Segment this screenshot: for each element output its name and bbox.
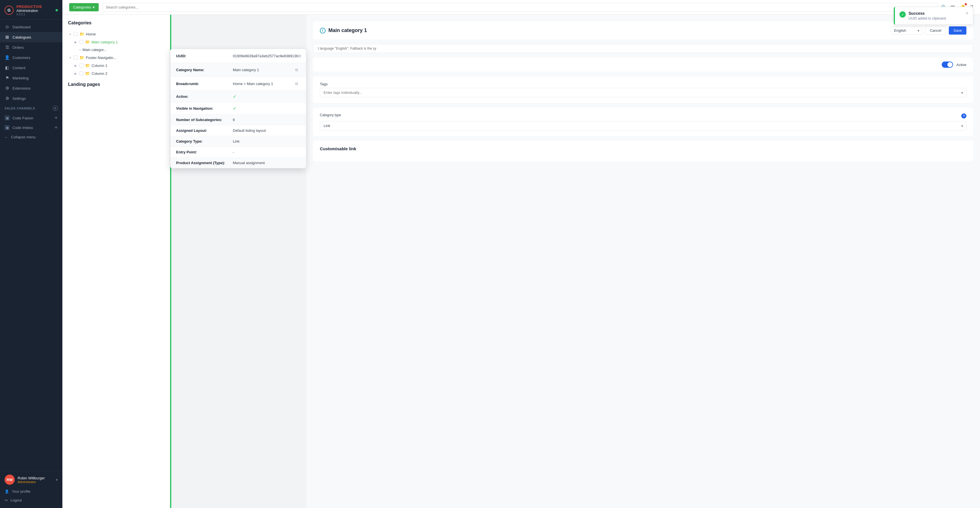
visible-nav-check-icon: ✓: [233, 106, 300, 111]
tree-label-col2: Column 2: [92, 71, 107, 76]
info-icon[interactable]: i: [320, 28, 326, 33]
copy-uuid-button[interactable]: ⧉: [298, 52, 301, 60]
tree-toggle-footer[interactable]: ▾: [68, 56, 72, 60]
category-type-select-wrapper: Link: [320, 121, 966, 130]
tree-checkbox-col2[interactable]: [80, 71, 83, 75]
success-message: UUID added to clipboard.: [908, 16, 963, 21]
collapse-menu-button[interactable]: ← Collapse menu: [0, 132, 62, 142]
tree-item-main-category-2[interactable]: ● Main categor...: [62, 46, 170, 54]
tree-label-col1: Column 1: [92, 64, 107, 68]
sidebar-item-customers[interactable]: 👤 Customers: [0, 52, 62, 63]
topbar: Categories ▾ 🔍 ⊞ 🔔 ?: [62, 0, 980, 15]
notification-badge: [965, 3, 967, 5]
sidebar-item-catalogues[interactable]: ⊞ Catalogues: [0, 32, 62, 42]
folder-icon-col2: 📁: [85, 71, 90, 76]
avatar: RW: [5, 475, 15, 485]
sidebar-label-dashboard: Dashboard: [13, 25, 30, 29]
channel-imbiss-icon: ▦: [5, 125, 10, 130]
tooltip-row-name: Category Name: Main category 1 ⧉: [170, 63, 306, 77]
channel-code-imbiss[interactable]: ▦ Code Imbiss 👁: [0, 123, 62, 132]
right-panel: i Main category 1 English Cancel Save t …: [306, 15, 980, 508]
category-type-form-label: Category type: [320, 113, 341, 117]
tooltip-row-uuid: UUID: 01909e6639a97a3eb2577ac9e8389136 ⧉: [170, 49, 306, 63]
active-toggle[interactable]: [942, 62, 953, 68]
category-type-select[interactable]: Link: [320, 121, 966, 130]
header-actions: English Cancel Save: [891, 26, 966, 35]
tags-input[interactable]: [320, 88, 966, 97]
category-type-help-icon[interactable]: ?: [961, 113, 966, 119]
tree-toggle-col1[interactable]: ▶: [74, 64, 78, 67]
sidebar-item-extensions[interactable]: ⚙ Extensions: [0, 83, 62, 93]
sidebar-item-dashboard[interactable]: ⊙ Dashboard: [0, 22, 62, 32]
sidebar-label-marketing: Marketing: [13, 76, 29, 80]
categories-button[interactable]: Categories ▾: [69, 3, 99, 11]
success-notification: ✓ Success UUID added to clipboard. ×: [894, 15, 973, 25]
catalogues-icon: ⊞: [5, 35, 10, 40]
category-type-card: Category type ? Link: [313, 108, 973, 136]
add-channel-button[interactable]: +: [53, 106, 58, 111]
search-input[interactable]: [102, 3, 938, 12]
main-area: Categories ▾ 🔍 ⊞ 🔔 ? Categories ▾ �: [62, 0, 980, 508]
logo-icon: G: [5, 6, 14, 15]
user-info[interactable]: RW Robin Willburger Administrator ▾: [5, 475, 58, 485]
sidebar-item-content[interactable]: ◧ Content: [0, 63, 62, 73]
product-assignment-label: Product Assignment (Type):: [176, 161, 233, 165]
tree-label-main2: Main categor...: [83, 48, 107, 52]
category-name-value: Main category 1: [233, 68, 293, 72]
chevron-down-icon: ▾: [56, 478, 58, 482]
sidebar-footer: RW Robin Willburger Administrator ▾ 👤 Yo…: [0, 471, 62, 508]
collapse-icon: ←: [5, 135, 8, 139]
active-label: Active: [956, 63, 966, 67]
sidebar-label-orders: Orders: [13, 45, 24, 49]
save-button[interactable]: Save: [949, 26, 966, 35]
your-profile-link[interactable]: 👤 Your profile: [5, 487, 58, 496]
subcategories-label: Number of Subcategories:: [176, 117, 233, 122]
sidebar-item-settings[interactable]: ⚙ Settings: [0, 93, 62, 103]
dashboard-icon: ⊙: [5, 24, 10, 30]
tree-label-home: Home: [86, 32, 96, 36]
tree-label-main1: Main category 1: [92, 40, 118, 44]
close-notification-button[interactable]: ×: [966, 15, 968, 16]
channel-fasion-label: Code Fasion: [13, 116, 33, 120]
logout-icon: ↪: [5, 498, 8, 502]
sidebar-label-settings: Settings: [13, 96, 26, 101]
tree-checkbox-home[interactable]: [74, 32, 78, 36]
logout-link[interactable]: ↪ Logout: [5, 496, 58, 505]
active-check-icon: ✓: [233, 94, 300, 99]
tree-item-main-category-1[interactable]: ▶ 📁 Main category 1: [62, 38, 170, 46]
sales-channels-header: Sales Channels +: [0, 103, 62, 113]
tree-item-footer-nav[interactable]: ▾ 📁 Footer-Navigatio...: [62, 54, 170, 62]
copy-breadcrumb-button[interactable]: ⧉: [293, 80, 300, 87]
tree-item-column1[interactable]: ▶ 📁 Column 1: [62, 62, 170, 70]
marketing-icon: ⚑: [5, 75, 10, 81]
channel-fasion-icon: ▦: [5, 115, 10, 121]
customisable-link-card: Customisable link: [313, 141, 973, 161]
cancel-button[interactable]: Cancel: [925, 26, 946, 35]
tree-item-home[interactable]: ▾ 📁 Home: [62, 30, 170, 38]
tree-item-column2[interactable]: ▶ 📁 Column 2: [62, 70, 170, 78]
subcategories-value: 6: [233, 117, 300, 122]
tooltip-popup: UUID: 01909e6639a97a3eb2577ac9e8389136 ⧉…: [170, 49, 306, 168]
orders-icon: ☰: [5, 45, 10, 50]
breadcrumb-label: Breadcrumb:: [176, 82, 233, 86]
sidebar-item-orders[interactable]: ☰ Orders: [0, 42, 62, 52]
copy-name-button[interactable]: ⧉: [293, 66, 300, 73]
tree-checkbox-col1[interactable]: [80, 64, 83, 67]
sidebar-item-marketing[interactable]: ⚑ Marketing: [0, 73, 62, 83]
channel-code-fasion[interactable]: ▦ Code Fasion 👁: [0, 113, 62, 123]
tree-checkbox-footer[interactable]: [74, 56, 78, 60]
tree-toggle-col2[interactable]: ▶: [74, 71, 78, 75]
tree-toggle-main1[interactable]: ▶: [74, 40, 78, 44]
category-type-value: Link: [233, 139, 300, 143]
category-type-header: Category type ?: [320, 113, 966, 119]
tags-card: Tags: [313, 76, 973, 103]
tooltip-row-entry-point: Entry Point: -: [170, 147, 306, 158]
eye-icon-imbiss: 👁: [54, 125, 58, 130]
tree-checkbox-main1[interactable]: [80, 40, 83, 44]
language-select[interactable]: English: [891, 26, 922, 35]
tags-input-wrapper: [320, 88, 966, 97]
tree-toggle-home[interactable]: ▾: [68, 32, 72, 36]
uuid-label: UUID:: [176, 54, 233, 58]
success-content: Success UUID added to clipboard.: [908, 15, 963, 21]
layout-value: Default listing layout: [233, 129, 300, 133]
